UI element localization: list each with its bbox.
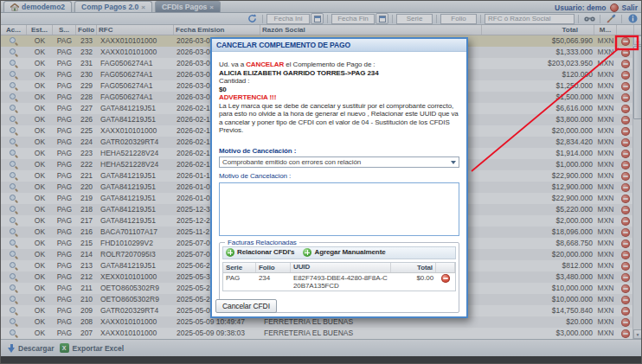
- remove-factura-icon[interactable]: [441, 274, 450, 283]
- facturas-column-uuid[interactable]: UUID: [291, 263, 391, 272]
- cancelar-cfdi-button[interactable]: Cancelar CFDI: [215, 299, 277, 313]
- facturas-column-total[interactable]: Total: [391, 263, 436, 272]
- add-icon: [303, 248, 311, 257]
- facturas-column-folio[interactable]: Folio: [256, 263, 291, 272]
- warning-text: La Ley marca que se debe de cancelar y s…: [219, 102, 459, 135]
- facturas-column-serie[interactable]: Serie: [223, 263, 256, 272]
- modal-recipient: ALICIA ELIZABETH GARRIDO TORRES->PAG 234: [219, 69, 459, 78]
- facturas-legend: Facturas Relacionadas: [225, 239, 299, 247]
- motivo-text-label: Motivo de Cancelacion :: [219, 172, 459, 181]
- cancel-word: CANCELAR: [246, 61, 284, 68]
- app-window: demodemo2 Comp Pagos 2.0 × CFDIs Pagos ×…: [0, 0, 642, 364]
- motivo-cancelacion-textarea[interactable]: [219, 182, 459, 236]
- cantidad-label: Cantidad :: [219, 77, 459, 86]
- cantidad-value: $0: [219, 86, 459, 94]
- factura-folio: 234: [256, 274, 291, 290]
- factura-serie: PAG: [223, 274, 256, 290]
- cancel-payment-modal: CANCELAR COMPLEMENTO DE PAGO Ud. va a CA…: [210, 37, 468, 318]
- motivo-cancelacion-select[interactable]: Comprobante emitido con errores con rela…: [219, 156, 459, 168]
- relacionar-cfdis-button[interactable]: Relacionar CFDI's: [226, 248, 294, 257]
- factura-row[interactable]: PAG 234 E82F7493-DBE4-4280-8F8A-C20B7A13…: [223, 273, 455, 291]
- motivo-select-value: Comprobante emitido con errores con rela…: [222, 158, 361, 167]
- factura-uuid: E82F7493-DBE4-4280-8F8A-C20B7A135FCD: [291, 274, 391, 290]
- modal-intro: Ud. va a CANCELAR el Complemento de Pago…: [219, 61, 459, 69]
- warning-title: ADVERTENCIA !!!: [219, 93, 459, 102]
- motivo-select-label: Motivo de Cancelación :: [219, 147, 459, 156]
- facturas-table: Serie Folio UUID Total PAG 234 E82F7493-…: [222, 262, 456, 291]
- factura-total: $0.00: [391, 274, 436, 290]
- modal-title[interactable]: CANCELAR COMPLEMENTO DE PAGO: [212, 39, 466, 52]
- facturas-toolbar: Relacionar CFDI's Agregar Manualmente: [222, 246, 456, 259]
- chevron-down-icon: [451, 161, 456, 164]
- agregar-manualmente-button[interactable]: Agregar Manualmente: [303, 248, 385, 257]
- add-icon: [226, 248, 234, 257]
